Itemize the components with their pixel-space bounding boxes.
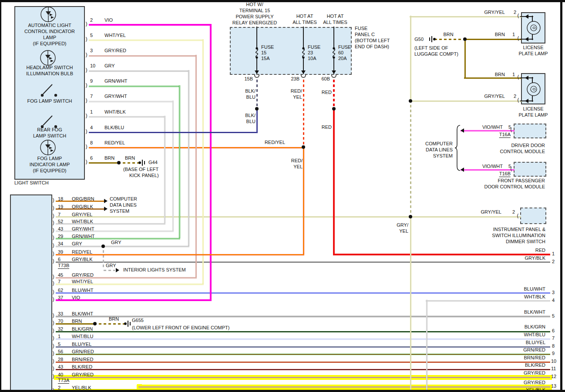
text-label: VIO bbox=[72, 295, 80, 301]
connector-pin-bump: ( bbox=[517, 213, 519, 219]
connector-pin-bump: ) bbox=[52, 198, 54, 203]
text-label: LAMP SWITCH bbox=[33, 133, 66, 139]
junction-dot bbox=[302, 145, 305, 149]
direction-arrow-icon bbox=[461, 128, 464, 133]
text-label: FUSE bbox=[308, 44, 320, 50]
text-label: GRY bbox=[72, 241, 82, 247]
text-label: ALL TIMES bbox=[323, 20, 347, 25]
text-label: 60 bbox=[338, 50, 343, 56]
text-label: 5 bbox=[552, 313, 555, 319]
text-label: BRN bbox=[104, 155, 114, 161]
frame-top bbox=[0, 0, 565, 2]
connector-pin-bump: ) bbox=[52, 328, 54, 334]
direction-arrow-icon bbox=[104, 207, 108, 211]
text-label: RELAY ENERGIZED bbox=[232, 20, 277, 26]
text-label: RED/ bbox=[291, 158, 303, 164]
text-label: GRY/RED bbox=[72, 272, 94, 278]
text-label: 7 bbox=[90, 94, 93, 99]
direction-arrow-icon bbox=[332, 70, 336, 74]
text-label: 10A bbox=[308, 56, 316, 61]
text-label: HEADLAMP SWITCH bbox=[27, 65, 73, 70]
brace-icon bbox=[455, 125, 460, 171]
connector-pin-bump: ) bbox=[52, 274, 54, 280]
text-label: PANEL C bbox=[355, 32, 375, 37]
text-label: 9 bbox=[552, 351, 555, 356]
connector-pin-bump: ) bbox=[85, 52, 87, 58]
text-label: WHT/BLU bbox=[72, 334, 94, 339]
text-label: 52 bbox=[58, 219, 63, 224]
direction-arrow-icon bbox=[301, 70, 306, 74]
text-label: 56 bbox=[58, 349, 63, 355]
text-label: 23 bbox=[308, 50, 313, 56]
text-label: G655 bbox=[132, 318, 144, 323]
text-label: (LOWER LEFT FRONT OF ENGINE COMPT) bbox=[132, 325, 230, 331]
text-label: GRY/YEL bbox=[484, 10, 505, 15]
junction-dot bbox=[93, 322, 97, 325]
text-label: DATA LINES bbox=[426, 147, 453, 153]
text-label: 62 bbox=[58, 288, 63, 293]
text-label: (LEFT SIDE OF bbox=[414, 45, 448, 51]
text-label: BLU/WHT bbox=[72, 288, 94, 293]
text-label: BLK/GRN bbox=[525, 324, 545, 330]
text-label: BLU bbox=[246, 94, 256, 100]
connector-pin-bump: ) bbox=[85, 98, 87, 104]
connector-pin-bump: ) bbox=[52, 289, 54, 295]
text-label: GRY/RED bbox=[524, 380, 545, 385]
text-label: GRN/RED bbox=[72, 349, 94, 355]
text-label: ORG/BLK bbox=[72, 204, 93, 210]
text-label: AUTOMATIC LIGHT bbox=[28, 23, 71, 28]
text-label: 23B bbox=[291, 76, 299, 82]
text-label: 3 bbox=[552, 290, 555, 295]
text-label: GRY/ bbox=[397, 222, 408, 228]
junction-dot bbox=[409, 215, 412, 218]
direction-arrow-icon bbox=[255, 70, 259, 74]
text-label: 5 bbox=[508, 124, 511, 130]
text-label: GRY/RED bbox=[72, 372, 94, 378]
frame-right bbox=[560, 0, 562, 392]
text-label: BRN/RED bbox=[72, 357, 94, 362]
text-label: 9 bbox=[90, 78, 93, 84]
wiring-diagram: )))))))))))))))))))))))))))))))))(((((((… bbox=[0, 0, 565, 392]
text-label: 43 bbox=[58, 364, 63, 370]
text-label: 29 bbox=[58, 234, 63, 239]
text-label: 2 bbox=[514, 94, 516, 99]
ground-icon bbox=[430, 36, 436, 42]
text-label: 34 bbox=[58, 241, 63, 247]
text-label: 33 bbox=[58, 311, 63, 317]
text-label: VIO/WHT bbox=[482, 164, 503, 169]
text-label: BRN/RED bbox=[524, 355, 545, 361]
text-label: 8 bbox=[552, 343, 555, 349]
text-label: 6 bbox=[58, 257, 61, 262]
connector-pin-bump: ) bbox=[52, 313, 54, 318]
text-label: RED bbox=[535, 248, 545, 253]
text-label: HOT W/ bbox=[246, 2, 263, 7]
text-label: 28 bbox=[58, 357, 63, 362]
connector-pin-bump: ) bbox=[52, 343, 54, 349]
text-label: RED bbox=[322, 90, 332, 95]
text-label: GRY/WHT bbox=[72, 226, 94, 232]
text-label: BRN bbox=[72, 318, 82, 324]
text-label: 1 bbox=[58, 334, 61, 339]
text-label: 12 bbox=[551, 374, 556, 379]
text-label: GRY/WHT bbox=[104, 94, 127, 99]
text-label: SYSTEM bbox=[110, 208, 129, 214]
text-label: 3 bbox=[90, 48, 93, 54]
connector-pin-bump: ) bbox=[85, 37, 87, 42]
text-label: 6 bbox=[552, 328, 555, 334]
text-label: 15 bbox=[261, 50, 266, 56]
text-label: FUSE bbox=[355, 26, 367, 31]
text-label: (BASE OF LEFT bbox=[123, 167, 158, 172]
text-label: 7 bbox=[58, 212, 61, 218]
text-label: DATA LINES bbox=[110, 202, 137, 208]
fuse-icon bbox=[333, 47, 335, 58]
text-label: T16B bbox=[499, 171, 511, 177]
text-label: WHT/YEL bbox=[72, 279, 93, 285]
text-label: GRY bbox=[106, 263, 116, 268]
text-label: LICENSE bbox=[523, 45, 543, 50]
text-label: 45 bbox=[58, 272, 63, 278]
direction-arrow-icon bbox=[461, 168, 464, 172]
text-label: T16A bbox=[499, 132, 511, 138]
connector-pin-bump: ) bbox=[52, 281, 54, 286]
text-label: GRY/BLK bbox=[72, 257, 93, 262]
text-label: BLU/YEL bbox=[526, 340, 545, 345]
